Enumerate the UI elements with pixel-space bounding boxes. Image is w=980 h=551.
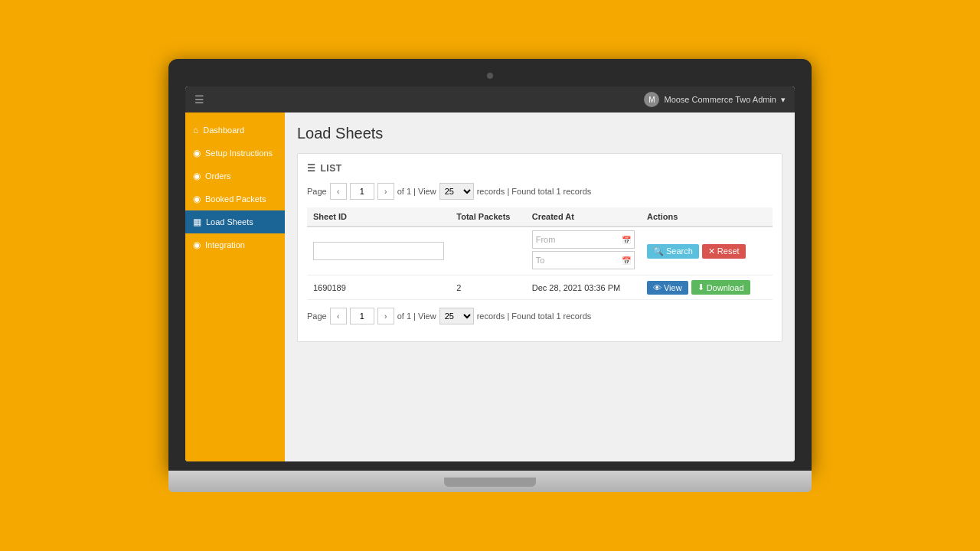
of-label-bottom: of 1 | View: [397, 311, 436, 321]
page-number-top[interactable]: [350, 183, 374, 200]
col-actions: Actions: [641, 207, 773, 227]
reset-label: Reset: [717, 246, 740, 256]
sidebar-item-label: Orders: [205, 171, 231, 181]
screen-bezel: ☰ M Moose Commerce Two Admin ▾ ⌂ Dashboa…: [168, 59, 812, 471]
sidebar-item-label: Dashboard: [203, 126, 244, 135]
filter-total-packets-cell: [450, 227, 525, 276]
from-date-filter[interactable]: From 📅: [532, 230, 635, 249]
laptop-hinge: [444, 478, 536, 487]
booked-packets-icon: ◉: [193, 194, 201, 204]
page-label-bottom: Page: [307, 311, 327, 321]
user-label: Moose Commerce Two Admin: [664, 95, 776, 104]
sidebar-item-label: Setup Instructions: [205, 148, 273, 158]
content-card: ☰ LIST Page ‹ › of 1 | View 251050100: [297, 153, 782, 342]
download-icon: ⬇: [697, 282, 704, 292]
from-date-label: From: [536, 235, 556, 244]
page-title: Load Sheets: [297, 125, 782, 142]
chevron-down-icon: ▾: [781, 95, 786, 105]
download-label: Download: [707, 283, 744, 292]
sidebar-item-load-sheets[interactable]: ▦ Load Sheets: [185, 210, 285, 233]
user-menu[interactable]: M Moose Commerce Two Admin ▾: [644, 92, 786, 107]
view-button[interactable]: 👁 View: [647, 281, 688, 295]
sidebar-item-integration[interactable]: ◉ Integration: [185, 233, 285, 256]
load-sheets-icon: ▦: [193, 217, 201, 227]
main-content: Load Sheets ☰ LIST Page ‹ ›: [285, 112, 795, 461]
setup-icon: ◉: [193, 148, 201, 158]
view-label: View: [664, 283, 682, 292]
cell-sheet-id: 1690189: [307, 276, 450, 300]
table-row: 1690189 2 Dec 28, 2021 03:36 PM 👁 View: [307, 276, 773, 300]
reset-button[interactable]: ✕ Reset: [702, 244, 746, 259]
hamburger-icon[interactable]: ☰: [194, 93, 204, 106]
search-button[interactable]: 🔍 Search: [647, 244, 699, 259]
view-select-bottom[interactable]: 251050100: [439, 308, 474, 324]
eye-icon: 👁: [653, 283, 662, 292]
pagination-top: Page ‹ › of 1 | View 251050100 records |…: [307, 183, 773, 200]
row-actions: 👁 View ⬇ Download: [647, 280, 766, 295]
filter-sheet-id-cell: [307, 227, 450, 276]
col-total-packets: Total Packets: [450, 207, 525, 227]
avatar: M: [644, 92, 659, 107]
laptop: ☰ M Moose Commerce Two Admin ▾ ⌂ Dashboa…: [168, 59, 812, 492]
table-header-row: Sheet ID Total Packets Created At Action…: [307, 207, 773, 227]
filter-buttons: 🔍 Search ✕ Reset: [647, 244, 766, 259]
calendar-icon-from: 📅: [622, 236, 631, 244]
to-date-filter[interactable]: To 📅: [532, 251, 635, 269]
sidebar-item-label: Integration: [205, 240, 245, 249]
records-label-top: records | Found total 1 records: [477, 187, 592, 196]
data-table: Sheet ID Total Packets Created At Action…: [307, 207, 773, 300]
of-label-top: of 1 | View: [397, 187, 436, 196]
cell-actions: 👁 View ⬇ Download: [641, 276, 773, 300]
camera: [487, 73, 493, 79]
screen: ☰ M Moose Commerce Two Admin ▾ ⌂ Dashboa…: [185, 86, 795, 461]
download-button[interactable]: ⬇ Download: [691, 280, 750, 295]
next-page-btn-top[interactable]: ›: [377, 183, 394, 200]
integration-icon: ◉: [193, 240, 201, 250]
sidebar-item-label: Load Sheets: [206, 217, 253, 227]
page-label-top: Page: [307, 187, 327, 196]
search-icon: 🔍: [653, 246, 664, 256]
col-created-at: Created At: [526, 207, 641, 227]
section-label: LIST: [321, 163, 342, 174]
sidebar-item-setup-instructions[interactable]: ◉ Setup Instructions: [185, 142, 285, 165]
orders-icon: ◉: [193, 171, 201, 181]
filter-created-at-cell: From 📅 To 📅: [526, 227, 641, 276]
section-header: ☰ LIST: [307, 163, 773, 174]
next-page-btn-bottom[interactable]: ›: [377, 308, 394, 324]
sidebar: ⌂ Dashboard ◉ Setup Instructions ◉ Order…: [185, 112, 285, 461]
pagination-bottom: Page ‹ › of 1 | View 251050100 records |…: [307, 308, 773, 324]
sidebar-item-label: Booked Packets: [205, 194, 266, 204]
times-icon: ✕: [708, 246, 715, 256]
cell-created-at: Dec 28, 2021 03:36 PM: [526, 276, 641, 300]
page-number-bottom[interactable]: [350, 308, 374, 324]
laptop-base: [168, 471, 812, 492]
calendar-icon-to: 📅: [622, 256, 631, 265]
col-sheet-id: Sheet ID: [307, 207, 450, 227]
list-icon: ☰: [307, 163, 316, 174]
sidebar-item-booked-packets[interactable]: ◉ Booked Packets: [185, 187, 285, 210]
filter-sheet-id-input[interactable]: [313, 242, 444, 260]
prev-page-btn-bottom[interactable]: ‹: [330, 308, 347, 324]
prev-page-btn-top[interactable]: ‹: [330, 183, 347, 200]
view-select-top[interactable]: 251050100: [439, 183, 474, 200]
sidebar-item-dashboard[interactable]: ⌂ Dashboard: [185, 119, 285, 142]
dashboard-icon: ⌂: [193, 125, 198, 135]
filter-row: From 📅 To 📅: [307, 227, 773, 276]
sidebar-item-orders[interactable]: ◉ Orders: [185, 165, 285, 187]
records-label-bottom: records | Found total 1 records: [477, 311, 592, 321]
filter-actions-cell: 🔍 Search ✕ Reset: [641, 227, 773, 276]
topbar: ☰ M Moose Commerce Two Admin ▾: [185, 86, 795, 112]
to-date-label: To: [536, 256, 545, 265]
search-label: Search: [666, 246, 693, 256]
cell-total-packets: 2: [450, 276, 525, 300]
app-body: ⌂ Dashboard ◉ Setup Instructions ◉ Order…: [185, 112, 795, 461]
